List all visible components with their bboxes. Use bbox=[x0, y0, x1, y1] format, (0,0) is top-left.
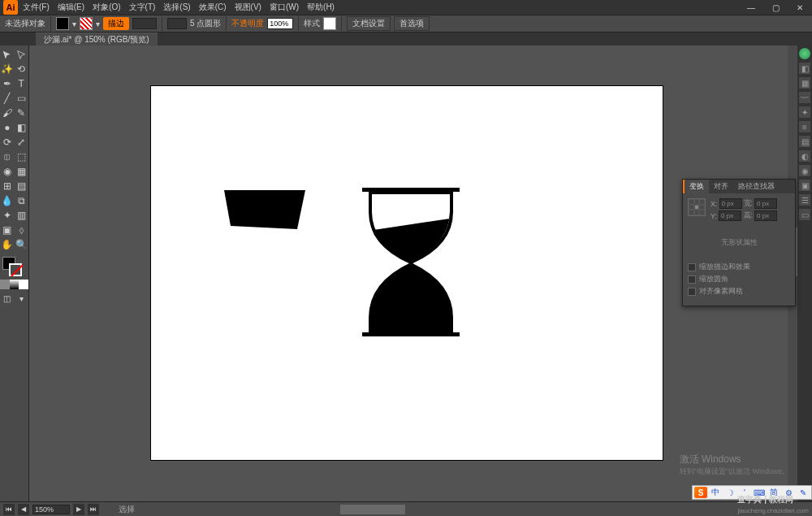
tab-transform[interactable]: 变换 bbox=[683, 180, 709, 193]
zoom-tool[interactable]: 🔍 bbox=[15, 237, 29, 252]
width-tool[interactable]: ⎅ bbox=[0, 150, 15, 164]
eyedropper-tool[interactable]: 💧 bbox=[0, 193, 15, 208]
menu-window[interactable]: 窗口(W) bbox=[266, 0, 302, 15]
document-tab[interactable]: 沙漏.ai* @ 150% (RGB/预览) bbox=[36, 33, 158, 46]
y-input[interactable] bbox=[719, 210, 741, 221]
transparency-panel-icon[interactable]: ◐ bbox=[798, 150, 811, 163]
scale-tool[interactable]: ⤢ bbox=[15, 135, 29, 150]
x-input[interactable] bbox=[719, 198, 742, 209]
layers-panel-icon[interactable]: ☰ bbox=[798, 193, 811, 206]
menu-file[interactable]: 文件(F) bbox=[19, 0, 53, 15]
color-mode-none[interactable] bbox=[19, 280, 28, 289]
stroke-dropdown-icon[interactable]: ▾ bbox=[96, 20, 100, 28]
menu-help[interactable]: 帮助(H) bbox=[304, 0, 338, 15]
screen-mode-button[interactable]: ▾ bbox=[15, 293, 29, 304]
artwork-trapezoid[interactable] bbox=[224, 190, 305, 231]
menu-edit[interactable]: 编辑(E) bbox=[54, 0, 88, 15]
ime-lang[interactable]: 中 bbox=[709, 487, 722, 498]
brushes-panel-icon[interactable]: 〰 bbox=[798, 91, 811, 104]
horizontal-scrollbar-thumb[interactable] bbox=[340, 505, 405, 514]
graphic-styles-panel-icon[interactable]: ▣ bbox=[798, 179, 811, 192]
symbol-sprayer-tool[interactable]: ✦ bbox=[0, 208, 15, 223]
stroke-color[interactable] bbox=[9, 263, 22, 276]
paintbrush-tool[interactable]: 🖌 bbox=[0, 106, 15, 120]
next-artboard-button[interactable]: ▶ bbox=[73, 504, 84, 515]
menu-view[interactable]: 视图(V) bbox=[231, 0, 265, 15]
direct-selection-tool[interactable] bbox=[15, 47, 29, 62]
last-artboard-button[interactable]: ⏭ bbox=[88, 504, 99, 515]
brush-label: 5 点圆形 bbox=[190, 18, 221, 29]
pen-tool[interactable]: ✒ bbox=[0, 76, 15, 91]
maximize-button[interactable]: ▢ bbox=[763, 0, 788, 15]
swatches-panel-icon[interactable]: ▦ bbox=[798, 76, 811, 89]
shape-builder-tool[interactable]: ◉ bbox=[0, 164, 15, 179]
scale-corners-label: 缩放圆角 bbox=[699, 274, 728, 284]
scale-strokes-checkbox[interactable] bbox=[688, 263, 696, 271]
minimize-button[interactable]: — bbox=[739, 0, 763, 15]
color-panel-icon[interactable]: ◧ bbox=[798, 62, 811, 75]
stroke-swatch[interactable] bbox=[80, 17, 93, 30]
type-tool[interactable]: T bbox=[15, 76, 29, 91]
draw-normal[interactable]: ◫ bbox=[0, 293, 15, 304]
color-mode-gradient[interactable] bbox=[10, 280, 19, 289]
fill-stroke-control[interactable] bbox=[0, 255, 28, 278]
gradient-panel-icon[interactable]: ▤ bbox=[798, 135, 811, 148]
artwork-hourglass[interactable] bbox=[354, 188, 468, 338]
artboards-panel-icon[interactable]: ▭ bbox=[798, 208, 811, 221]
horizontal-scrollbar[interactable] bbox=[141, 505, 806, 514]
rectangle-tool[interactable]: ▭ bbox=[15, 91, 29, 106]
tab-align[interactable]: 对齐 bbox=[709, 180, 733, 193]
gradient-tool[interactable]: ▤ bbox=[15, 179, 29, 193]
ime-logo[interactable]: S bbox=[694, 487, 707, 498]
artboard[interactable] bbox=[151, 86, 663, 460]
magic-wand-tool[interactable]: ✨ bbox=[0, 62, 15, 76]
opacity-input[interactable] bbox=[267, 18, 293, 29]
fill-dropdown-icon[interactable]: ▾ bbox=[72, 20, 76, 28]
tab-pathfinder[interactable]: 路径查找器 bbox=[733, 180, 780, 193]
menu-object[interactable]: 对象(O) bbox=[89, 0, 123, 15]
mesh-tool[interactable]: ⊞ bbox=[0, 179, 15, 193]
color-mode-normal[interactable] bbox=[0, 280, 10, 289]
symbols-panel-icon[interactable]: ✦ bbox=[798, 106, 811, 119]
graph-tool[interactable]: ▥ bbox=[15, 208, 29, 223]
appearance-panel-icon[interactable]: ◉ bbox=[798, 164, 811, 177]
w-input[interactable] bbox=[754, 198, 777, 209]
doc-setup-button[interactable]: 文档设置 bbox=[347, 16, 391, 31]
ime-moon-icon[interactable]: ☽ bbox=[723, 487, 736, 498]
free-transform-tool[interactable]: ⬚ bbox=[15, 150, 29, 164]
stroke-label[interactable]: 描边 bbox=[103, 17, 129, 30]
fill-swatch[interactable] bbox=[56, 17, 69, 30]
perspective-tool[interactable]: ▦ bbox=[15, 164, 29, 179]
menu-effect[interactable]: 效果(C) bbox=[196, 0, 230, 15]
libraries-icon[interactable] bbox=[798, 47, 811, 60]
style-swatch[interactable] bbox=[323, 17, 336, 30]
transform-panel[interactable]: 变换 对齐 路径查找器 X: 宽: Y: 高: 无形状属性 缩放描边和效果 缩放… bbox=[682, 179, 796, 306]
menu-type[interactable]: 文字(T) bbox=[126, 0, 159, 15]
first-artboard-button[interactable]: ⏮ bbox=[3, 504, 15, 515]
svg-rect-2 bbox=[362, 332, 460, 336]
scale-corners-checkbox[interactable] bbox=[688, 275, 696, 284]
eraser-tool[interactable]: ◧ bbox=[15, 120, 29, 135]
close-button[interactable]: ✕ bbox=[788, 0, 812, 15]
selection-tool[interactable] bbox=[0, 47, 15, 62]
slice-tool[interactable]: ⎀ bbox=[15, 223, 29, 237]
blob-brush-tool[interactable]: ● bbox=[0, 120, 15, 135]
reference-point-grid[interactable] bbox=[688, 198, 706, 216]
stroke-panel-icon[interactable]: ≡ bbox=[798, 120, 811, 133]
artboard-tool[interactable]: ▣ bbox=[0, 223, 15, 237]
line-tool[interactable]: ╱ bbox=[0, 91, 15, 106]
brush-select[interactable] bbox=[167, 18, 187, 29]
align-pixel-checkbox[interactable] bbox=[688, 288, 696, 296]
prefs-button[interactable]: 首选项 bbox=[394, 16, 430, 31]
zoom-select[interactable] bbox=[32, 505, 70, 514]
prev-artboard-button[interactable]: ◀ bbox=[18, 504, 29, 515]
menu-select[interactable]: 选择(S) bbox=[160, 0, 193, 15]
pencil-tool[interactable]: ✎ bbox=[15, 106, 29, 120]
stroke-weight-input[interactable] bbox=[132, 18, 157, 29]
blend-tool[interactable]: ⧉ bbox=[15, 193, 29, 208]
h-input[interactable] bbox=[754, 210, 777, 221]
status-bar: ⏮ ◀ ▶ ⏭ 选择 bbox=[0, 501, 812, 516]
hand-tool[interactable]: ✋ bbox=[0, 237, 15, 252]
rotate-tool[interactable]: ⟳ bbox=[0, 135, 15, 150]
lasso-tool[interactable]: ⟲ bbox=[15, 62, 29, 76]
